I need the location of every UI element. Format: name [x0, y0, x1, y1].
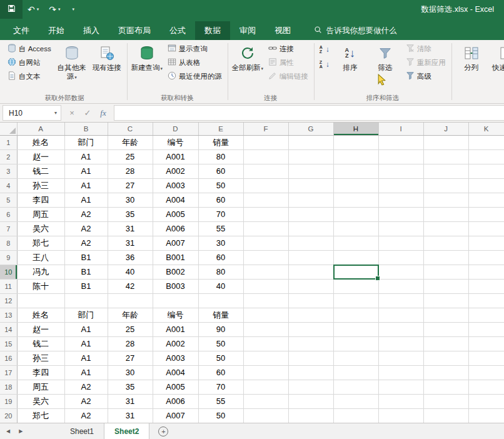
- cell-A1[interactable]: 姓名: [17, 135, 64, 149]
- tab-formulas[interactable]: 公式: [160, 21, 195, 40]
- cell-E8[interactable]: 30: [198, 236, 243, 250]
- column-header-K[interactable]: K: [468, 123, 504, 135]
- row-header-11[interactable]: 11: [0, 279, 17, 293]
- cell-F19[interactable]: [243, 394, 288, 408]
- existing-connections-button[interactable]: 现有连接: [89, 41, 124, 93]
- cell-I15[interactable]: [378, 336, 423, 351]
- redo-dropdown-icon[interactable]: ▾: [58, 7, 61, 12]
- cell-K17[interactable]: [468, 365, 504, 380]
- cell-C12[interactable]: [108, 293, 153, 308]
- cell-H16[interactable]: [333, 351, 378, 365]
- cell-F14[interactable]: [243, 322, 288, 336]
- cell-F2[interactable]: [243, 149, 288, 164]
- cell-A11[interactable]: 陈十: [17, 279, 64, 293]
- cell-F15[interactable]: [243, 336, 288, 351]
- sort-descending-button[interactable]: ZA↓: [316, 57, 333, 72]
- cell-B18[interactable]: A2: [64, 380, 108, 394]
- from-other-sources-button[interactable]: 自其他来源▾: [54, 41, 89, 93]
- cell-G4[interactable]: [288, 178, 333, 193]
- cell-J4[interactable]: [423, 178, 468, 193]
- cell-D9[interactable]: B001: [153, 250, 198, 265]
- cell-I9[interactable]: [378, 250, 423, 265]
- cell-A5[interactable]: 李四: [17, 193, 64, 207]
- cell-H12[interactable]: [333, 293, 378, 308]
- cell-J8[interactable]: [423, 236, 468, 250]
- cell-B16[interactable]: A1: [64, 351, 108, 365]
- row-header-9[interactable]: 9: [0, 250, 17, 265]
- cell-B14[interactable]: A1: [64, 322, 108, 336]
- text-to-columns-button[interactable]: 分列: [454, 41, 489, 93]
- new-sheet-button[interactable]: +: [149, 423, 177, 439]
- cell-D15[interactable]: A002: [153, 336, 198, 351]
- cell-J15[interactable]: [423, 336, 468, 351]
- cell-B12[interactable]: [64, 293, 108, 308]
- cell-K19[interactable]: [468, 394, 504, 408]
- cancel-entry-button[interactable]: ×: [65, 108, 79, 118]
- cell-A18[interactable]: 周五: [17, 380, 64, 394]
- sort-button[interactable]: AZ↓ 排序: [333, 41, 368, 93]
- cell-H13[interactable]: [333, 308, 378, 322]
- row-header-14[interactable]: 14: [0, 322, 17, 336]
- cell-D1[interactable]: 编号: [153, 135, 198, 149]
- cell-H9[interactable]: [333, 250, 378, 265]
- cell-H14[interactable]: [333, 322, 378, 336]
- cell-E16[interactable]: 50: [198, 351, 243, 365]
- tab-review[interactable]: 审阅: [230, 21, 265, 40]
- row-header-3[interactable]: 3: [0, 164, 17, 178]
- cell-C8[interactable]: 31: [108, 236, 153, 250]
- cell-B9[interactable]: B1: [64, 250, 108, 265]
- cell-I4[interactable]: [378, 178, 423, 193]
- cell-K6[interactable]: [468, 207, 504, 221]
- cell-B11[interactable]: B1: [64, 279, 108, 293]
- cell-G20[interactable]: [288, 408, 333, 423]
- cell-B19[interactable]: A2: [64, 394, 108, 408]
- cell-C13[interactable]: 年龄: [108, 308, 153, 322]
- cell-A20[interactable]: 郑七: [17, 408, 64, 423]
- cell-F6[interactable]: [243, 207, 288, 221]
- cell-I13[interactable]: [378, 308, 423, 322]
- cell-G18[interactable]: [288, 380, 333, 394]
- cell-J3[interactable]: [423, 164, 468, 178]
- cell-D6[interactable]: A005: [153, 207, 198, 221]
- cell-C15[interactable]: 28: [108, 336, 153, 351]
- cell-E14[interactable]: 90: [198, 322, 243, 336]
- cell-B5[interactable]: A1: [64, 193, 108, 207]
- cell-K12[interactable]: [468, 293, 504, 308]
- cell-D16[interactable]: A003: [153, 351, 198, 365]
- cell-E20[interactable]: 50: [198, 408, 243, 423]
- cell-E6[interactable]: 70: [198, 207, 243, 221]
- next-sheet-icon[interactable]: ▶: [19, 428, 23, 434]
- cell-H18[interactable]: [333, 380, 378, 394]
- cell-F18[interactable]: [243, 380, 288, 394]
- cell-I8[interactable]: [378, 236, 423, 250]
- cell-K10[interactable]: [468, 265, 504, 279]
- cell-J17[interactable]: [423, 365, 468, 380]
- cell-D11[interactable]: B003: [153, 279, 198, 293]
- cell-E17[interactable]: 60: [198, 365, 243, 380]
- cell-G5[interactable]: [288, 193, 333, 207]
- cell-K9[interactable]: [468, 250, 504, 265]
- cell-H6[interactable]: [333, 207, 378, 221]
- cell-G16[interactable]: [288, 351, 333, 365]
- cell-B2[interactable]: A1: [64, 149, 108, 164]
- cell-F16[interactable]: [243, 351, 288, 365]
- cell-J19[interactable]: [423, 394, 468, 408]
- cell-C9[interactable]: 36: [108, 250, 153, 265]
- cell-J10[interactable]: [423, 265, 468, 279]
- cell-H2[interactable]: [333, 149, 378, 164]
- cell-B6[interactable]: A2: [64, 207, 108, 221]
- cell-A6[interactable]: 周五: [17, 207, 64, 221]
- prev-sheet-icon[interactable]: ◀: [6, 428, 10, 434]
- cell-H5[interactable]: [333, 193, 378, 207]
- cell-F5[interactable]: [243, 193, 288, 207]
- cell-F1[interactable]: [243, 135, 288, 149]
- cell-B8[interactable]: A2: [64, 236, 108, 250]
- cell-C5[interactable]: 30: [108, 193, 153, 207]
- connections-button[interactable]: 连接: [265, 42, 311, 56]
- cell-A19[interactable]: 吴六: [17, 394, 64, 408]
- cell-K16[interactable]: [468, 351, 504, 365]
- cell-J6[interactable]: [423, 207, 468, 221]
- column-header-B[interactable]: B: [64, 123, 108, 135]
- sort-ascending-button[interactable]: AZ↓: [316, 42, 333, 57]
- cell-B4[interactable]: A1: [64, 178, 108, 193]
